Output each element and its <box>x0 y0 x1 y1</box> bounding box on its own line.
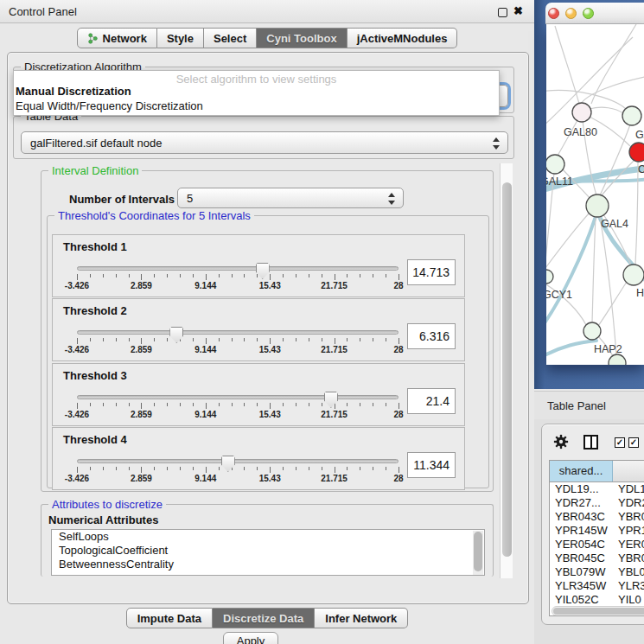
network-edge-thick[interactable] <box>546 211 597 330</box>
list-item[interactable]: TopologicalCoefficient <box>52 544 484 558</box>
table-panel-bar: Table Panel <box>534 391 644 419</box>
algorithm-option-manual-discretization[interactable]: Manual Discretization <box>16 85 131 98</box>
table-row[interactable]: YPR145WYPR1 <box>550 524 644 538</box>
network-node-gcy1[interactable] <box>546 270 553 284</box>
network-node-gal11[interactable] <box>546 155 564 174</box>
tab-discretize-data[interactable]: Discretize Data <box>213 608 315 628</box>
table-data-combobox[interactable]: galFiltered.sif default node <box>21 131 508 154</box>
scrollbar-thumb[interactable] <box>502 182 512 557</box>
zoom-traffic-light[interactable] <box>583 8 594 19</box>
table-row[interactable]: YBL079WYBL0 <box>550 565 644 579</box>
tab-select[interactable]: Select <box>204 28 257 48</box>
network-node-c[interactable] <box>629 143 644 162</box>
network-edge[interactable] <box>590 107 623 113</box>
tick-mark <box>129 338 130 341</box>
tab-cyni-toolbox[interactable]: Cyni Toolbox <box>257 28 347 48</box>
network-node-ga[interactable] <box>622 106 641 125</box>
slider-track[interactable] <box>77 459 399 463</box>
numerical-attributes-list[interactable]: SelfLoopsTopologicalCoefficientBetweenne… <box>51 529 485 576</box>
network-window-titlebar[interactable] <box>545 3 644 24</box>
column-header-shared-name[interactable]: shared... <box>550 461 613 481</box>
tick-mark <box>180 467 181 470</box>
network-edge[interactable] <box>592 217 596 322</box>
slider-track[interactable] <box>77 266 399 271</box>
checkbox-icon-1[interactable]: ✓ <box>615 437 625 448</box>
threshold-slider[interactable]: -3.4262.8599.14415.4321.71528 <box>77 456 399 487</box>
list-item[interactable]: SelfLoops <box>52 530 484 544</box>
attributes-list-scrollbar[interactable] <box>473 531 483 576</box>
interval-definition-group: Interval Definition Number of Intervals … <box>41 170 494 492</box>
tick-mark <box>373 403 373 406</box>
network-edge[interactable] <box>582 112 596 195</box>
checkbox-icon-2[interactable]: ✓ <box>628 437 639 448</box>
algorithm-option-equal-width-frequency-discretization[interactable]: Equal Width/Frequency Discretization <box>16 99 203 112</box>
column-layout-icon[interactable] <box>583 435 598 450</box>
threshold-slider[interactable]: -3.4262.8599.14415.4321.71528 <box>77 327 399 358</box>
threshold-slider[interactable]: -3.4262.8599.14415.4321.71528 <box>77 392 399 423</box>
tick-mark <box>373 274 373 277</box>
network-edge[interactable] <box>555 26 579 104</box>
network-node[interactable] <box>609 354 626 365</box>
tick-mark <box>154 467 155 470</box>
settings-vertical-scrollbar[interactable] <box>500 163 513 578</box>
network-edge-thick[interactable] <box>546 341 596 358</box>
network-canvas[interactable]: GAL80GACGAL11GAL4GCY1HHAP2 <box>546 24 644 365</box>
network-edge[interactable] <box>635 162 638 265</box>
node-label: GAL11 <box>546 175 573 188</box>
tab-infer-network[interactable]: Infer Network <box>315 608 408 628</box>
table-row[interactable]: YBR043CYBR0 <box>550 510 644 524</box>
float-window-icon[interactable] <box>498 8 507 17</box>
scrollbar-thumb[interactable] <box>474 532 482 571</box>
minimize-traffic-light[interactable] <box>565 8 577 19</box>
tick-mark <box>141 467 142 473</box>
table-row[interactable]: YBR045CYBR0 <box>550 552 644 565</box>
tick-label: 2.859 <box>131 345 152 354</box>
interval-definition-title: Interval Definition <box>48 164 142 177</box>
tab-jactivemnodules[interactable]: jActiveMNodules <box>348 28 458 48</box>
tab-network[interactable]: Network <box>77 28 157 48</box>
gear-icon[interactable] <box>553 434 569 450</box>
cell-name: YLR3 <box>613 579 644 593</box>
tick-label: 9.144 <box>194 474 216 483</box>
close-icon[interactable]: ✖ <box>513 4 523 17</box>
table-row[interactable]: YDR27...YDR2 <box>550 496 644 510</box>
network-node-hap2[interactable] <box>583 322 601 340</box>
threshold-value-field[interactable]: 11.344 <box>407 452 456 478</box>
table-row[interactable]: YDL19...YDL1 <box>550 482 644 496</box>
slider-track[interactable] <box>77 330 399 335</box>
close-traffic-light[interactable] <box>548 8 559 19</box>
table-horizontal-scrollbar[interactable] <box>552 606 644 616</box>
tab-impute-data[interactable]: Impute Data <box>126 608 213 628</box>
network-edge[interactable] <box>581 76 644 104</box>
slider-ticks <box>77 274 399 281</box>
tick-mark <box>219 403 220 406</box>
threshold-slider[interactable]: -3.4262.8599.14415.4321.71528 <box>77 263 399 294</box>
network-edge[interactable] <box>600 124 630 195</box>
column-header-name[interactable]: na <box>613 461 644 481</box>
network-edge[interactable] <box>598 282 627 326</box>
tick-label: 9.144 <box>194 281 216 290</box>
tick-mark <box>309 274 309 277</box>
network-node-gal4[interactable] <box>586 194 609 217</box>
network-node-h[interactable] <box>623 265 644 285</box>
list-item[interactable]: BetweennessCentrality <box>52 558 484 571</box>
network-node-gal80[interactable] <box>572 103 591 122</box>
table-row[interactable]: YER054CYER0 <box>550 538 644 552</box>
tab-style[interactable]: Style <box>157 28 204 48</box>
table-row[interactable]: YIL052CYIL0 <box>550 593 644 607</box>
number-of-intervals-combobox[interactable]: 5 <box>177 188 404 208</box>
threshold-value-field[interactable]: 21.4 <box>407 388 456 414</box>
slider-track[interactable] <box>77 395 399 399</box>
cell-name: YER0 <box>613 538 644 552</box>
network-edge[interactable] <box>546 213 590 271</box>
tick-label: 2.859 <box>131 410 152 419</box>
table-data-group: Table Data galFiltered.sif default node <box>13 116 514 159</box>
threshold-value-field[interactable]: 6.316 <box>407 323 456 349</box>
tick-label: 21.715 <box>321 345 348 354</box>
cell-name: YDL1 <box>613 482 644 496</box>
tick-mark <box>193 338 194 341</box>
apply-button[interactable]: Apply <box>223 632 278 644</box>
table-row[interactable]: YLR345WYLR3 <box>550 579 644 593</box>
threshold-value-field[interactable]: 14.713 <box>407 259 456 285</box>
scrollbar-thumb[interactable] <box>553 608 644 615</box>
